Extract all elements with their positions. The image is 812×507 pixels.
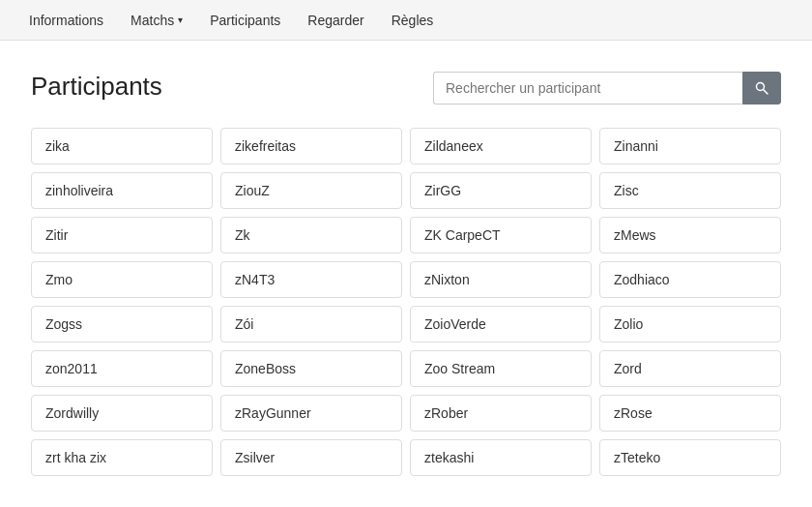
page-title: Participants [31,72,162,102]
participant-card[interactable]: zika [31,128,213,164]
search-button[interactable] [742,72,781,104]
participant-card[interactable]: Zolio [599,306,781,343]
nav-item-règles[interactable]: Règles [378,0,448,41]
participant-card[interactable]: Zk [220,217,402,254]
participant-card[interactable]: Zildaneex [410,128,592,164]
participant-card[interactable]: Zitir [31,217,213,254]
participant-card[interactable]: Zogss [31,306,213,343]
participant-card[interactable]: zon2011 [31,350,213,387]
participant-card[interactable]: zikefreitas [220,128,402,164]
nav-item-participants[interactable]: Participants [196,0,294,41]
participant-card[interactable]: ZoneBoss [220,350,402,387]
participant-card[interactable]: Zinanni [599,128,781,164]
participant-card[interactable]: Zoo Stream [410,350,592,387]
participant-card[interactable]: zN4T3 [220,261,402,298]
participant-card[interactable]: ZiouZ [220,172,402,209]
participant-card[interactable]: Zsilver [220,439,402,476]
nav-item-matchs[interactable]: Matchs ▾ [117,0,196,41]
participant-card[interactable]: Zodhiaco [599,261,781,298]
participant-card[interactable]: Zordwilly [31,395,213,432]
participant-card[interactable]: Zisc [599,172,781,209]
nav-item-regarder[interactable]: Regarder [294,0,377,41]
participant-card[interactable]: ZirGG [410,172,592,209]
nav-item-informations[interactable]: Informations [15,0,117,41]
search-icon [755,81,768,95]
participant-card[interactable]: zRober [410,395,592,432]
participants-grid: zikazikefreitasZildaneexZinannizinholive… [31,128,781,476]
participant-card[interactable]: zTeteko [599,439,781,476]
participant-card[interactable]: zinholiveira [31,172,213,209]
participant-card[interactable]: zMews [599,217,781,254]
participant-card[interactable]: ZoioVerde [410,306,592,343]
svg-line-1 [764,90,768,95]
participant-card[interactable]: Zmo [31,261,213,298]
participant-card[interactable]: ZK CarpeCT [410,217,592,254]
participant-card[interactable]: ztekashi [410,439,592,476]
participant-card[interactable]: zNixton [410,261,592,298]
participant-card[interactable]: Zord [599,350,781,387]
main-nav: InformationsMatchs ▾ParticipantsRegarder… [0,0,812,41]
participant-card[interactable]: zrt kha zix [31,439,213,476]
dropdown-arrow: ▾ [178,15,183,25]
participant-card[interactable]: zRose [599,395,781,432]
participant-card[interactable]: zRayGunner [220,395,402,432]
search-input[interactable] [433,72,742,104]
search-bar [433,72,781,104]
participant-card[interactable]: Zói [220,306,402,343]
